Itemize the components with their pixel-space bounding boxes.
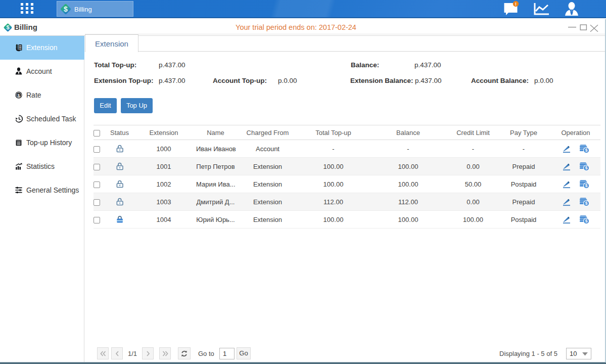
svg-text:!: ! [515, 2, 517, 7]
svg-text:$: $ [64, 5, 68, 13]
